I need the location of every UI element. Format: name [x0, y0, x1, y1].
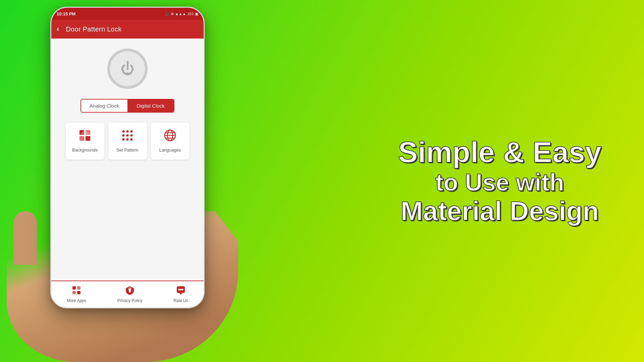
svg-rect-19 [72, 286, 76, 290]
svg-rect-20 [77, 286, 80, 290]
phone-wrapper: 10:15 PM 🎧 ⊕ ▲▲▲ 161 ▣ ‹ Door Pattern Lo… [34, 7, 228, 355]
status-bar: 10:15 PM 🎧 ⊕ ▲▲▲ 161 ▣ [51, 8, 204, 20]
more-apps-nav[interactable]: More Apps [67, 286, 86, 303]
clock-toggle: Analog Clock Digital Clock [80, 99, 174, 113]
app-screen: 10:15 PM 🎧 ⊕ ▲▲▲ 161 ▣ ‹ Door Pattern Lo… [51, 8, 204, 307]
back-button[interactable]: ‹ [57, 25, 59, 34]
languages-button[interactable]: Languages [151, 123, 190, 160]
grid-buttons: Backgrounds [66, 123, 190, 160]
rate-us-icon [176, 286, 185, 297]
privacy-policy-nav[interactable]: Privacy Policy [117, 286, 143, 303]
tagline-line2: to Use with [382, 169, 617, 196]
svg-point-10 [130, 134, 133, 137]
phone-body: 10:15 PM 🎧 ⊕ ▲▲▲ 161 ▣ ‹ Door Pattern Lo… [50, 7, 205, 308]
battery-icon: ▣ [195, 12, 198, 16]
languages-label: Languages [159, 147, 181, 153]
backgrounds-icon [79, 129, 91, 144]
status-icons: 🎧 ⊕ ▲▲▲ 161 ▣ [165, 12, 198, 16]
wifi-icon: ⊕ [171, 12, 174, 16]
svg-point-7 [130, 130, 133, 133]
status-time: 10:15 PM [57, 11, 75, 16]
set-pattern-button[interactable]: Set Pattern [108, 123, 147, 160]
svg-rect-2 [79, 136, 84, 141]
set-pattern-label: Set Pattern [116, 147, 138, 153]
svg-point-8 [122, 134, 125, 137]
svg-point-6 [126, 130, 129, 133]
analog-clock-button[interactable]: Analog Clock [81, 100, 127, 112]
svg-point-12 [126, 138, 129, 141]
svg-rect-22 [77, 291, 80, 294]
rate-us-nav[interactable]: Rate Us [173, 286, 188, 303]
more-apps-icon [72, 286, 81, 297]
digital-clock-button[interactable]: Digital Clock [127, 100, 174, 112]
power-button[interactable]: ⏻ [107, 49, 148, 89]
svg-rect-3 [86, 136, 90, 141]
svg-point-11 [122, 138, 125, 141]
svg-point-5 [122, 130, 125, 133]
svg-point-29 [181, 289, 183, 290]
tagline-line3: Material Design [382, 196, 617, 226]
svg-rect-21 [72, 291, 76, 294]
privacy-policy-icon [125, 286, 135, 297]
bottom-nav: More Apps Privacy Policy [51, 281, 204, 307]
languages-icon [164, 129, 176, 144]
app-title: Door Pattern Lock [66, 25, 121, 33]
svg-point-28 [180, 289, 181, 290]
tagline-container: Simple & Easy to Use with Material Desig… [382, 136, 617, 226]
privacy-policy-label: Privacy Policy [117, 298, 143, 303]
backgrounds-label: Backgrounds [72, 147, 98, 153]
headphone-icon: 🎧 [165, 12, 169, 16]
power-icon: ⏻ [120, 62, 135, 76]
backgrounds-button[interactable]: Backgrounds [66, 123, 104, 160]
set-pattern-icon [121, 129, 133, 144]
svg-point-27 [178, 289, 180, 290]
tagline-line1: Simple & Easy [382, 136, 617, 169]
rate-us-label: Rate Us [173, 298, 188, 303]
more-apps-label: More Apps [67, 298, 86, 303]
svg-rect-25 [129, 289, 130, 290]
scene: Simple & Easy to Use with Material Desig… [0, 0, 644, 362]
app-bar: ‹ Door Pattern Lock [51, 20, 204, 39]
svg-point-9 [126, 134, 129, 137]
data-speed: 161 [187, 12, 194, 16]
svg-point-13 [130, 138, 133, 141]
signal-icon: ▲▲▲ [175, 12, 186, 16]
app-content: ⏻ Analog Clock Digital Clock [51, 39, 204, 306]
